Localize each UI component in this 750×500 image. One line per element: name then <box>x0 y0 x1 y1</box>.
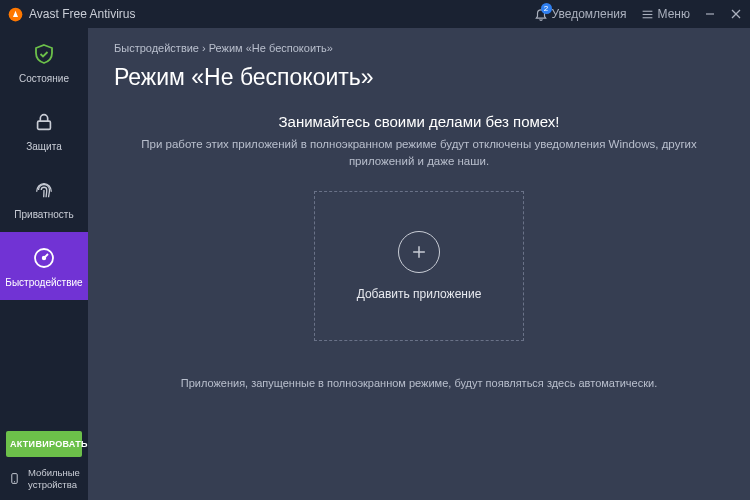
sidebar-item-label: Защита <box>26 141 61 152</box>
sidebar-items: Состояние Защита Приватность <box>0 28 88 423</box>
add-application-label: Добавить приложение <box>357 287 482 301</box>
footer-note: Приложения, запущенные в полноэкранном р… <box>114 377 724 389</box>
minimize-button[interactable] <box>704 8 716 20</box>
menu-label: Меню <box>658 7 690 21</box>
avast-logo-icon <box>8 7 23 22</box>
sidebar-item-label: Приватность <box>14 209 73 220</box>
shield-check-icon <box>31 41 57 67</box>
body: Состояние Защита Приватность <box>0 28 750 500</box>
mobile-icon <box>8 472 22 485</box>
breadcrumb: Быстродействие › Режим «Не беспокоить» <box>114 42 724 54</box>
lock-icon <box>31 109 57 135</box>
sidebar-item-status[interactable]: Состояние <box>0 28 88 96</box>
menu-button[interactable]: Меню <box>641 7 690 21</box>
sidebar-bottom: АКТИВИРОВАТЬ Мобильные устройства <box>0 423 88 500</box>
sidebar-item-privacy[interactable]: Приватность <box>0 164 88 232</box>
main-content: Быстродействие › Режим «Не беспокоить» Р… <box>88 28 750 500</box>
gauge-icon <box>31 245 57 271</box>
mobile-devices-link[interactable]: Мобильные устройства <box>6 467 82 490</box>
titlebar: Avast Free Antivirus 2 Уведомления Меню <box>0 0 750 28</box>
titlebar-left: Avast Free Antivirus <box>8 7 136 22</box>
notifications-badge: 2 <box>541 3 552 14</box>
app-name: Avast Free Antivirus <box>29 7 136 21</box>
sidebar-item-label: Состояние <box>19 73 69 84</box>
sidebar-item-label: Быстродействие <box>5 277 82 288</box>
mobile-label: Мобильные устройства <box>28 467 80 490</box>
bell-icon: 2 <box>534 7 548 21</box>
activate-button[interactable]: АКТИВИРОВАТЬ <box>6 431 82 457</box>
sidebar-item-performance[interactable]: Быстродействие <box>0 232 88 300</box>
close-button[interactable] <box>730 8 742 20</box>
sidebar: Состояние Защита Приватность <box>0 28 88 500</box>
subtext: При работе этих приложений в полноэкранн… <box>114 136 724 169</box>
hamburger-icon <box>641 8 654 21</box>
notifications-button[interactable]: 2 Уведомления <box>534 7 627 21</box>
svg-point-9 <box>43 256 46 259</box>
plus-icon <box>398 231 440 273</box>
headline: Занимайтесь своими делами без помех! <box>114 113 724 130</box>
app-window: Avast Free Antivirus 2 Уведомления Меню <box>0 0 750 500</box>
sidebar-item-protection[interactable]: Защита <box>0 96 88 164</box>
titlebar-right: 2 Уведомления Меню <box>534 7 742 21</box>
page-title: Режим «Не беспокоить» <box>114 64 724 91</box>
add-application-dropzone[interactable]: Добавить приложение <box>314 191 524 341</box>
notifications-label: Уведомления <box>552 7 627 21</box>
svg-rect-7 <box>38 121 51 129</box>
fingerprint-icon <box>31 177 57 203</box>
